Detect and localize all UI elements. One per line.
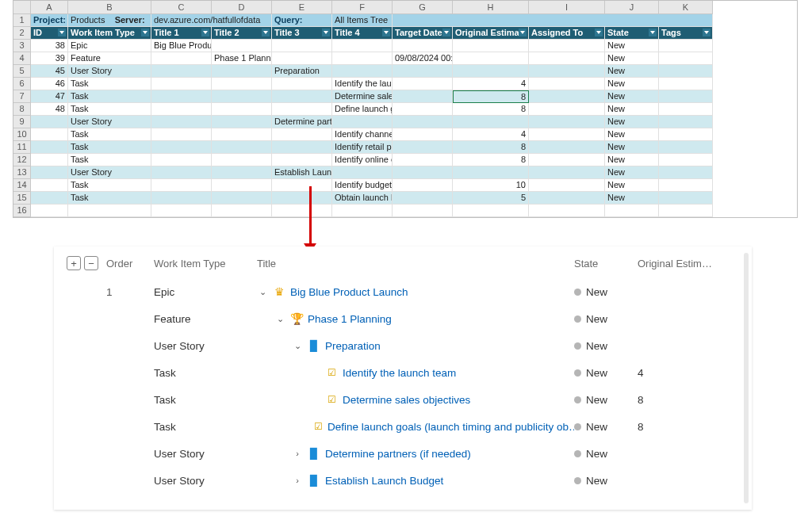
- tree-title-link[interactable]: Phase 1 Planning: [308, 313, 392, 325]
- filter-icon[interactable]: [201, 29, 209, 36]
- cell-assign[interactable]: [529, 52, 605, 65]
- cell-id[interactable]: [31, 128, 68, 141]
- cell-id[interactable]: [31, 154, 68, 166]
- cell-type[interactable]: Task: [68, 128, 151, 141]
- cell-t3[interactable]: [272, 192, 332, 205]
- cell-id[interactable]: [31, 116, 68, 128]
- cell-t3[interactable]: Preparation: [272, 65, 332, 78]
- cell-t3[interactable]: [272, 52, 332, 65]
- cell-t2[interactable]: [212, 103, 272, 116]
- row-num[interactable]: 8: [13, 103, 31, 116]
- tree-title-link[interactable]: Preparation: [325, 340, 381, 352]
- filter-icon[interactable]: [262, 29, 270, 36]
- cell-date[interactable]: 09/08/2024 00:00: [393, 52, 453, 65]
- row-num[interactable]: 10: [13, 128, 31, 141]
- cell-tags[interactable]: [659, 128, 713, 141]
- row-num[interactable]: 16: [13, 205, 31, 217]
- tree-head-order[interactable]: Order: [106, 258, 154, 270]
- cell-state[interactable]: New: [605, 179, 659, 192]
- cell-est[interactable]: 8: [453, 103, 529, 116]
- cell-state[interactable]: New: [605, 90, 659, 103]
- cell-assign[interactable]: [529, 116, 605, 128]
- cell-type[interactable]: Task: [68, 103, 151, 116]
- cell-date[interactable]: [393, 65, 453, 78]
- hdr-type[interactable]: Work Item Type: [68, 27, 151, 40]
- cell-assign[interactable]: [529, 90, 605, 103]
- collapse-all-button[interactable]: −: [84, 256, 98, 270]
- cell-t1[interactable]: [151, 179, 212, 192]
- cell-type[interactable]: Feature: [68, 52, 151, 65]
- cell-tags[interactable]: [659, 141, 713, 154]
- filter-icon[interactable]: [442, 29, 450, 36]
- cell-tags[interactable]: [659, 179, 713, 192]
- cell-tags[interactable]: [659, 166, 713, 179]
- row-num[interactable]: 9: [13, 116, 31, 128]
- cell-date[interactable]: [393, 179, 453, 192]
- cell-t2[interactable]: [212, 90, 272, 103]
- cell-state[interactable]: New: [605, 141, 659, 154]
- cell-date[interactable]: [393, 205, 453, 217]
- cell-t1[interactable]: [151, 90, 212, 103]
- tree-row[interactable]: Feature⌄🏆Phase 1 PlanningNew: [67, 305, 739, 332]
- cell-t2[interactable]: Phase 1 Planning: [212, 52, 272, 65]
- cell-date[interactable]: [393, 40, 453, 52]
- cell-date[interactable]: [393, 116, 453, 128]
- chevron-icon[interactable]: ⌄: [274, 314, 285, 324]
- hdr-title1[interactable]: Title 1: [151, 27, 212, 40]
- cell-t4[interactable]: [332, 205, 393, 217]
- cell-type[interactable]: User Story: [68, 65, 151, 78]
- col-H[interactable]: H: [453, 1, 529, 14]
- cell-id[interactable]: [31, 205, 68, 217]
- cell-t2[interactable]: [212, 78, 272, 90]
- cell-t4[interactable]: [332, 52, 393, 65]
- cell-type[interactable]: Task: [68, 179, 151, 192]
- cell-t3[interactable]: Determine partners (if needed): [272, 116, 332, 128]
- tree-title-cell[interactable]: ☑Define launch goals (launch timing and …: [257, 420, 574, 433]
- cell-t2[interactable]: [212, 116, 272, 128]
- cell-id[interactable]: [31, 141, 68, 154]
- cell-state[interactable]: New: [605, 52, 659, 65]
- cell-est[interactable]: [453, 166, 529, 179]
- cell-assign[interactable]: [529, 192, 605, 205]
- col-B[interactable]: B: [68, 1, 151, 14]
- cell-t4[interactable]: Define launch goals (launch timing and p…: [332, 103, 393, 116]
- cell-t4[interactable]: Identify channel partners: [332, 128, 393, 141]
- cell-t2[interactable]: [212, 166, 272, 179]
- cell-state[interactable]: New: [605, 40, 659, 52]
- tree-row[interactable]: Task☑Identify the launch teamNew4: [67, 359, 739, 386]
- cell-state[interactable]: New: [605, 116, 659, 128]
- tree-head-estimate[interactable]: Original Estim…: [638, 258, 725, 270]
- cell-est[interactable]: 8: [453, 90, 529, 103]
- cell-tags[interactable]: [659, 40, 713, 52]
- cell-assign[interactable]: [529, 141, 605, 154]
- hdr-date[interactable]: Target Date: [393, 27, 453, 40]
- cell-tags[interactable]: [659, 78, 713, 90]
- hdr-tags[interactable]: Tags: [659, 27, 713, 40]
- cell-type[interactable]: User Story: [68, 116, 151, 128]
- cell-type[interactable]: Task: [68, 154, 151, 166]
- col-I[interactable]: I: [529, 1, 605, 14]
- cell-t1[interactable]: [151, 128, 212, 141]
- cell-id[interactable]: 46: [31, 78, 68, 90]
- tree-row[interactable]: User Story⌄▉PreparationNew: [67, 332, 739, 359]
- cell-state[interactable]: New: [605, 78, 659, 90]
- tree-title-cell[interactable]: ☑Determine sales objectives: [257, 393, 574, 406]
- chevron-icon[interactable]: ›: [292, 449, 303, 458]
- cell-type[interactable]: User Story: [68, 166, 151, 179]
- cell-assign[interactable]: [529, 65, 605, 78]
- cell-assign[interactable]: [529, 78, 605, 90]
- cell-t1[interactable]: Big Blue Product Launch: [151, 40, 212, 52]
- row-num[interactable]: 3: [13, 40, 31, 52]
- cell-tags[interactable]: [659, 205, 713, 217]
- cell-assign[interactable]: [529, 166, 605, 179]
- cell-id[interactable]: 38: [31, 40, 68, 52]
- filter-icon[interactable]: [382, 29, 390, 36]
- tree-title-cell[interactable]: ›▉Establish Launch Budget: [257, 474, 574, 487]
- cell-t3[interactable]: [272, 205, 332, 217]
- tree-title-link[interactable]: Identify the launch team: [343, 367, 456, 379]
- cell-type[interactable]: Task: [68, 90, 151, 103]
- tree-title-cell[interactable]: ⌄🏆Phase 1 Planning: [257, 312, 574, 325]
- row-num[interactable]: 15: [13, 192, 31, 205]
- cell-t1[interactable]: [151, 192, 212, 205]
- cell-id[interactable]: 47: [31, 90, 68, 103]
